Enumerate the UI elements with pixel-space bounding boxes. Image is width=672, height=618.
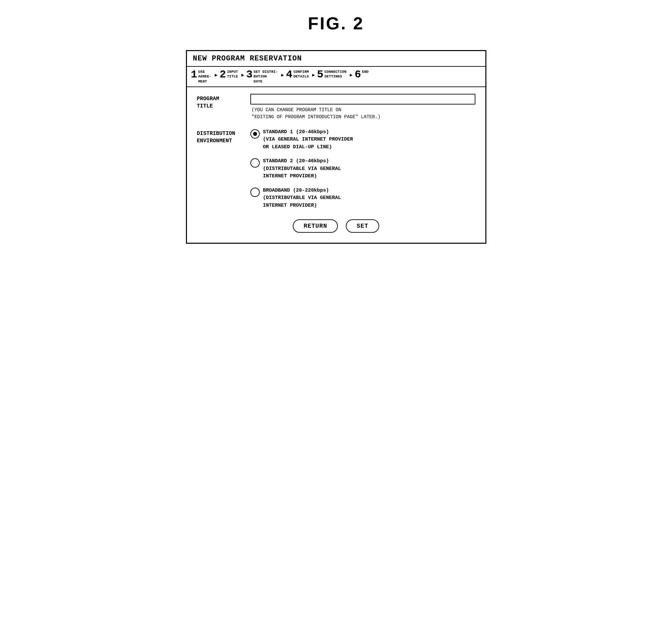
radio-standard2-text: STANDARD 2 (20-46kbps) (DISTRIBUTABLE VI… xyxy=(263,158,341,180)
program-title-label: PROGRAM TITLE xyxy=(197,94,250,110)
step-arrow-5: ▶ xyxy=(350,72,352,78)
radio-broadband-text: BROADBAND (20-220kbps) (DISTRIBUTABLE VI… xyxy=(263,187,341,210)
step-1-label: USE AGREE- MENT xyxy=(198,70,212,84)
step-1[interactable]: 1 USE AGREE- MENT xyxy=(191,70,212,84)
step-2-label: INPUT TITLE xyxy=(227,70,238,79)
step-3-number: 3 xyxy=(246,70,252,80)
step-arrow-3: ▶ xyxy=(281,72,284,78)
radio-standard2[interactable] xyxy=(250,158,260,168)
dialog-header: NEW PROGRAM RESERVATION xyxy=(187,51,485,67)
step-1-number: 1 xyxy=(191,70,197,80)
dialog-body: PROGRAM TITLE (YOU CAN CHANGE PROGRAM TI… xyxy=(187,87,485,243)
distribution-options: STANDARD 1 (20-46kbps) (VIA GENERAL INTE… xyxy=(250,128,475,210)
step-4-number: 4 xyxy=(286,70,293,80)
program-title-row: PROGRAM TITLE (YOU CAN CHANGE PROGRAM TI… xyxy=(197,94,475,120)
radio-broadband[interactable] xyxy=(250,188,260,197)
radio-option-standard1[interactable]: STANDARD 1 (20-46kbps) (VIA GENERAL INTE… xyxy=(250,128,475,151)
distribution-label-line2: ENVIRONMENT xyxy=(197,137,250,144)
step-arrow-4: ▶ xyxy=(312,72,315,78)
step-4-label: CONFIRM DETAILS xyxy=(294,70,309,79)
step-arrow-2: ▶ xyxy=(241,72,244,78)
hint-line-1: (YOU CAN CHANGE PROGRAM TITLE ON xyxy=(252,107,341,112)
program-title-input[interactable] xyxy=(250,94,475,104)
step-2[interactable]: 2 INPUT TITLE xyxy=(220,70,238,80)
buttons-row: RETURN SET xyxy=(197,219,475,233)
steps-bar: 1 USE AGREE- MENT ▶ 2 INPUT TITLE ▶ 3 SE… xyxy=(187,67,485,87)
program-title-hint: (YOU CAN CHANGE PROGRAM TITLE ON "EDITIN… xyxy=(252,106,475,120)
step-3[interactable]: 3 SET DISTRI- BUTION DATE xyxy=(246,70,278,84)
step-5-number: 5 xyxy=(317,70,324,80)
step-4[interactable]: 4 CONFIRM DETAILS xyxy=(286,70,309,80)
radio-option-broadband[interactable]: BROADBAND (20-220kbps) (DISTRIBUTABLE VI… xyxy=(250,187,475,210)
step-3-label: SET DISTRI- BUTION DATE xyxy=(254,70,278,84)
radio-option-standard2[interactable]: STANDARD 2 (20-46kbps) (DISTRIBUTABLE VI… xyxy=(250,158,475,180)
hint-line-2: "EDITING OF PROGRAM INTRODUCTION PAGE" L… xyxy=(252,114,380,119)
dialog-box: NEW PROGRAM RESERVATION 1 USE AGREE- MEN… xyxy=(186,50,486,244)
step-5[interactable]: 5 CONNECTION SETTINGS xyxy=(317,70,346,80)
return-button[interactable]: RETURN xyxy=(293,219,338,233)
step-2-number: 2 xyxy=(220,70,226,80)
distribution-label-line1: DISTRIBUTION xyxy=(197,130,250,137)
program-title-field-content: (YOU CAN CHANGE PROGRAM TITLE ON "EDITIN… xyxy=(250,94,475,120)
step-6-number: 6 xyxy=(354,70,361,80)
set-button[interactable]: SET xyxy=(346,219,379,233)
step-6[interactable]: 6 END xyxy=(354,70,368,80)
step-5-label: CONNECTION SETTINGS xyxy=(325,70,346,79)
radio-standard1[interactable] xyxy=(250,129,260,138)
radio-standard1-text: STANDARD 1 (20-46kbps) (VIA GENERAL INTE… xyxy=(263,128,353,151)
step-6-label: END xyxy=(362,70,368,74)
step-arrow-1: ▶ xyxy=(215,72,217,78)
radio-group: STANDARD 1 (20-46kbps) (VIA GENERAL INTE… xyxy=(250,128,475,210)
distribution-row: DISTRIBUTION ENVIRONMENT STANDARD 1 (20-… xyxy=(197,128,475,210)
figure-title: FIG. 2 xyxy=(308,13,364,33)
distribution-label: DISTRIBUTION ENVIRONMENT xyxy=(197,128,250,145)
